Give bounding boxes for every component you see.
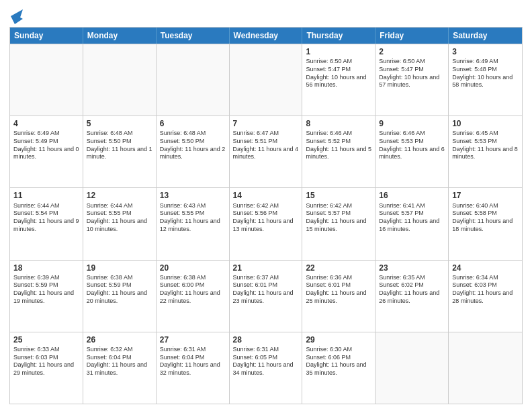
cell-date-5: 5 [87, 118, 152, 129]
cell-date-16: 16 [379, 190, 445, 201]
header-saturday: Saturday [449, 28, 522, 44]
calendar-cell-2-3: 14Sunrise: 6:42 AMSunset: 5:56 PMDayligh… [230, 188, 303, 259]
cell-date-20: 20 [160, 263, 226, 273]
calendar-cell-2-2: 13Sunrise: 6:43 AMSunset: 5:55 PMDayligh… [157, 188, 230, 259]
calendar-cell-1-1: 5Sunrise: 6:48 AMSunset: 5:50 PMDaylight… [83, 116, 157, 187]
cell-date-17: 17 [452, 190, 519, 201]
logo-bird-icon [11, 9, 23, 24]
header-friday: Friday [375, 28, 449, 44]
calendar-cell-0-5: 2Sunrise: 6:50 AMSunset: 5:47 PMDaylight… [375, 44, 449, 116]
calendar-cell-3-6: 24Sunrise: 6:34 AMSunset: 6:03 PMDayligh… [449, 261, 522, 332]
cell-info-17: Sunrise: 6:40 AMSunset: 5:58 PMDaylight:… [452, 202, 519, 234]
cell-date-4: 4 [13, 118, 79, 129]
cell-date-11: 11 [13, 190, 79, 201]
calendar-body: 1Sunrise: 6:50 AMSunset: 5:47 PMDaylight… [10, 44, 522, 404]
calendar-row-2: 11Sunrise: 6:44 AMSunset: 5:54 PMDayligh… [10, 187, 522, 259]
calendar-cell-3-5: 23Sunrise: 6:35 AMSunset: 6:02 PMDayligh… [375, 261, 449, 332]
cell-date-12: 12 [87, 190, 152, 201]
calendar-cell-2-6: 17Sunrise: 6:40 AMSunset: 5:58 PMDayligh… [449, 188, 522, 259]
calendar-cell-3-3: 21Sunrise: 6:37 AMSunset: 6:01 PMDayligh… [230, 261, 303, 332]
cell-date-25: 25 [13, 334, 79, 345]
calendar-cell-2-0: 11Sunrise: 6:44 AMSunset: 5:54 PMDayligh… [10, 188, 83, 259]
calendar-row-1: 4Sunrise: 6:49 AMSunset: 5:49 PMDaylight… [10, 116, 522, 187]
calendar-cell-4-4: 29Sunrise: 6:30 AMSunset: 6:06 PMDayligh… [302, 332, 375, 404]
calendar-cell-4-2: 27Sunrise: 6:31 AMSunset: 6:04 PMDayligh… [157, 332, 230, 404]
cell-date-10: 10 [452, 118, 519, 129]
calendar-cell-0-0 [10, 44, 83, 116]
calendar-cell-3-2: 20Sunrise: 6:38 AMSunset: 6:00 PMDayligh… [157, 261, 230, 332]
calendar-cell-1-0: 4Sunrise: 6:49 AMSunset: 5:49 PMDaylight… [10, 116, 83, 187]
cell-info-1: Sunrise: 6:50 AMSunset: 5:47 PMDaylight:… [306, 58, 371, 89]
logo-text [9, 9, 23, 24]
top-section [9, 7, 523, 24]
calendar-cell-0-6: 3Sunrise: 6:49 AMSunset: 5:48 PMDaylight… [449, 44, 522, 116]
calendar-cell-2-4: 15Sunrise: 6:42 AMSunset: 5:57 PMDayligh… [302, 188, 375, 259]
cell-date-29: 29 [306, 334, 371, 345]
page: Sunday Monday Tuesday Wednesday Thursday… [0, 0, 532, 411]
cell-date-6: 6 [160, 118, 226, 129]
header-sunday: Sunday [10, 28, 83, 44]
cell-info-15: Sunrise: 6:42 AMSunset: 5:57 PMDaylight:… [306, 202, 371, 234]
cell-info-3: Sunrise: 6:49 AMSunset: 5:48 PMDaylight:… [452, 58, 519, 89]
header-thursday: Thursday [302, 28, 375, 44]
header-monday: Monday [83, 28, 157, 44]
cell-date-26: 26 [87, 334, 152, 345]
cell-info-18: Sunrise: 6:39 AMSunset: 5:59 PMDaylight:… [13, 274, 79, 306]
cell-info-21: Sunrise: 6:37 AMSunset: 6:01 PMDaylight:… [233, 274, 299, 306]
cell-info-2: Sunrise: 6:50 AMSunset: 5:47 PMDaylight:… [379, 58, 445, 89]
cell-date-14: 14 [233, 190, 299, 201]
cell-info-27: Sunrise: 6:31 AMSunset: 6:04 PMDaylight:… [160, 346, 226, 377]
cell-info-19: Sunrise: 6:38 AMSunset: 5:59 PMDaylight:… [87, 274, 152, 306]
cell-info-28: Sunrise: 6:31 AMSunset: 6:05 PMDaylight:… [233, 346, 299, 377]
logo [9, 9, 23, 24]
calendar-cell-4-3: 28Sunrise: 6:31 AMSunset: 6:05 PMDayligh… [230, 332, 303, 404]
calendar-header-row: Sunday Monday Tuesday Wednesday Thursday… [10, 28, 522, 44]
calendar-cell-0-3 [230, 44, 303, 116]
cell-info-8: Sunrise: 6:46 AMSunset: 5:52 PMDaylight:… [306, 130, 371, 161]
calendar-cell-0-2 [157, 44, 230, 116]
cell-date-22: 22 [306, 263, 371, 273]
calendar-cell-1-2: 6Sunrise: 6:48 AMSunset: 5:50 PMDaylight… [157, 116, 230, 187]
cell-info-12: Sunrise: 6:44 AMSunset: 5:55 PMDaylight:… [87, 202, 152, 234]
header-wednesday: Wednesday [230, 28, 303, 44]
cell-date-18: 18 [13, 263, 79, 273]
cell-info-24: Sunrise: 6:34 AMSunset: 6:03 PMDaylight:… [452, 274, 519, 306]
cell-info-25: Sunrise: 6:33 AMSunset: 6:03 PMDaylight:… [13, 346, 79, 377]
cell-date-24: 24 [452, 263, 519, 273]
calendar: Sunday Monday Tuesday Wednesday Thursday… [9, 27, 523, 404]
cell-date-15: 15 [306, 190, 371, 201]
cell-info-7: Sunrise: 6:47 AMSunset: 5:51 PMDaylight:… [233, 130, 299, 161]
calendar-cell-4-6 [449, 332, 522, 404]
cell-info-10: Sunrise: 6:45 AMSunset: 5:53 PMDaylight:… [452, 130, 519, 161]
calendar-row-4: 25Sunrise: 6:33 AMSunset: 6:03 PMDayligh… [10, 332, 522, 404]
calendar-row-0: 1Sunrise: 6:50 AMSunset: 5:47 PMDaylight… [10, 44, 522, 116]
calendar-cell-2-1: 12Sunrise: 6:44 AMSunset: 5:55 PMDayligh… [83, 188, 157, 259]
cell-date-27: 27 [160, 334, 226, 345]
calendar-cell-0-4: 1Sunrise: 6:50 AMSunset: 5:47 PMDaylight… [302, 44, 375, 116]
cell-date-28: 28 [233, 334, 299, 345]
calendar-cell-1-3: 7Sunrise: 6:47 AMSunset: 5:51 PMDaylight… [230, 116, 303, 187]
cell-date-21: 21 [233, 263, 299, 273]
cell-date-19: 19 [87, 263, 152, 273]
header-tuesday: Tuesday [157, 28, 230, 44]
calendar-row-3: 18Sunrise: 6:39 AMSunset: 5:59 PMDayligh… [10, 260, 522, 332]
cell-info-9: Sunrise: 6:46 AMSunset: 5:53 PMDaylight:… [379, 130, 445, 161]
cell-info-6: Sunrise: 6:48 AMSunset: 5:50 PMDaylight:… [160, 130, 226, 161]
cell-info-20: Sunrise: 6:38 AMSunset: 6:00 PMDaylight:… [160, 274, 226, 306]
cell-date-1: 1 [306, 46, 371, 57]
calendar-cell-3-4: 22Sunrise: 6:36 AMSunset: 6:01 PMDayligh… [302, 261, 375, 332]
calendar-cell-0-1 [83, 44, 157, 116]
cell-info-22: Sunrise: 6:36 AMSunset: 6:01 PMDaylight:… [306, 274, 371, 306]
cell-info-16: Sunrise: 6:41 AMSunset: 5:57 PMDaylight:… [379, 202, 445, 234]
calendar-cell-4-1: 26Sunrise: 6:32 AMSunset: 6:04 PMDayligh… [83, 332, 157, 404]
cell-info-29: Sunrise: 6:30 AMSunset: 6:06 PMDaylight:… [306, 346, 371, 377]
cell-date-8: 8 [306, 118, 371, 129]
cell-info-4: Sunrise: 6:49 AMSunset: 5:49 PMDaylight:… [13, 130, 79, 161]
calendar-cell-1-4: 8Sunrise: 6:46 AMSunset: 5:52 PMDaylight… [302, 116, 375, 187]
calendar-cell-4-0: 25Sunrise: 6:33 AMSunset: 6:03 PMDayligh… [10, 332, 83, 404]
calendar-cell-1-6: 10Sunrise: 6:45 AMSunset: 5:53 PMDayligh… [449, 116, 522, 187]
cell-info-5: Sunrise: 6:48 AMSunset: 5:50 PMDaylight:… [87, 130, 152, 161]
cell-info-11: Sunrise: 6:44 AMSunset: 5:54 PMDaylight:… [13, 202, 79, 234]
calendar-cell-4-5 [375, 332, 449, 404]
cell-info-23: Sunrise: 6:35 AMSunset: 6:02 PMDaylight:… [379, 274, 445, 306]
